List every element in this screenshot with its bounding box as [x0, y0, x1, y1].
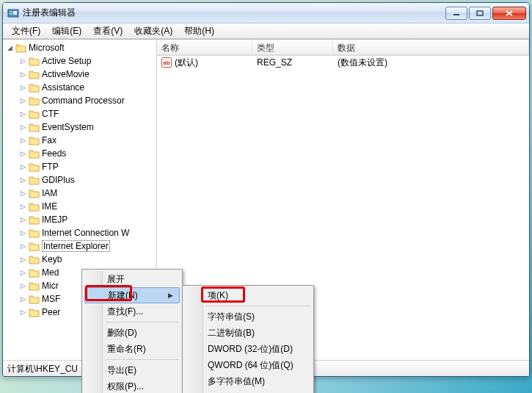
submenu-arrow-icon: ▶ [168, 292, 173, 299]
expander-icon[interactable]: ▷ [19, 176, 27, 184]
expander-icon[interactable]: ▷ [19, 256, 27, 264]
window-title: 注册表编辑器 [23, 7, 445, 19]
tree-node-label[interactable]: Micr [42, 281, 59, 291]
menu-edit[interactable]: 编辑(E) [46, 24, 87, 39]
value-name: (默认) [175, 57, 198, 69]
folder-icon [29, 96, 40, 106]
tree-node-label[interactable]: Microsoft [29, 43, 65, 53]
window-buttons [445, 7, 526, 20]
minimize-button[interactable] [445, 7, 467, 20]
tree-node-label[interactable]: Fax [42, 135, 57, 145]
folder-icon [29, 255, 40, 264]
tree-node-label[interactable]: Assistance [42, 82, 84, 93]
titlebar[interactable]: 注册表编辑器 [3, 3, 529, 24]
tree-node-label[interactable]: IAM [42, 188, 57, 198]
expander-icon[interactable]: ▷ [19, 242, 27, 250]
expander-icon[interactable]: ▷ [19, 203, 27, 211]
tree-node-label[interactable]: Med [42, 267, 59, 278]
expander-icon[interactable]: ▷ [19, 84, 27, 92]
tree-node-label[interactable]: IME [42, 201, 57, 212]
folder-icon [29, 228, 40, 238]
folder-icon [29, 215, 40, 225]
folder-icon [29, 57, 40, 66]
folder-icon [15, 43, 26, 53]
tree-node-label[interactable]: Keyb [42, 254, 62, 264]
col-data[interactable]: 数据 [333, 40, 529, 55]
folder-icon [29, 242, 40, 251]
col-name[interactable]: 名称 [157, 40, 252, 55]
svg-rect-5 [477, 11, 483, 15]
maximize-button[interactable] [469, 7, 491, 20]
expander-icon[interactable]: ▷ [19, 150, 27, 158]
menu-item[interactable]: 二进制值(B) [184, 325, 312, 341]
folder-icon [29, 295, 40, 304]
status-path: 计算机\HKEY_CU [7, 364, 78, 374]
menu-item[interactable]: DWORD (32-位)值(D) [184, 341, 312, 357]
tree-node-label[interactable]: GDIPlus [42, 175, 75, 185]
menu-item[interactable]: 字符串值(S) [184, 309, 312, 325]
context-submenu-new: 项(K)字符串值(S)二进制值(B)DWORD (32-位)值(D)QWORD … [182, 285, 314, 393]
expander-icon[interactable]: ▷ [19, 71, 27, 79]
col-type[interactable]: 类型 [252, 40, 333, 55]
folder-icon [29, 268, 40, 278]
expander-icon[interactable]: ◢ [6, 44, 14, 52]
menu-item[interactable]: QWORD (64 位)值(Q) [184, 357, 312, 373]
folder-icon [29, 109, 40, 119]
menu-item[interactable]: 新建(N)▶ [84, 287, 180, 303]
folder-icon [29, 308, 40, 317]
expander-icon[interactable]: ▷ [19, 295, 27, 303]
tree-node-label[interactable]: Feeds [42, 148, 66, 159]
tree-node-label[interactable]: Internet Connection W [42, 228, 129, 238]
tree-node-label[interactable]: Peer [42, 307, 60, 317]
expander-icon[interactable]: ▷ [19, 269, 27, 277]
context-menu-node: 展开新建(N)▶查找(F)...删除(D)重命名(R)导出(E)权限(P)...… [81, 269, 183, 393]
expander-icon[interactable]: ▷ [19, 190, 27, 198]
string-value-icon: ab [161, 57, 172, 68]
tree-node-label[interactable]: ActiveMovie [42, 69, 90, 79]
menu-item[interactable]: 权限(P)... [84, 378, 181, 393]
menu-item[interactable]: 重命名(R) [84, 341, 181, 357]
folder-icon [29, 123, 40, 132]
tree-node-label[interactable]: CTF [42, 109, 59, 119]
svg-rect-1 [10, 11, 12, 12]
folder-icon [29, 189, 40, 198]
expander-icon[interactable]: ▷ [19, 229, 27, 237]
menu-file[interactable]: 文件(F) [6, 24, 46, 39]
folder-icon [29, 281, 40, 291]
menu-item[interactable]: 展开 [84, 271, 181, 287]
menu-view[interactable]: 查看(V) [87, 24, 128, 39]
folder-icon [29, 83, 40, 93]
menu-item[interactable]: 多字符串值(M) [184, 373, 312, 389]
expander-icon[interactable]: ▷ [19, 309, 27, 317]
menu-item[interactable]: 项(K) [184, 287, 312, 303]
menu-item[interactable]: 查找(F)... [84, 303, 181, 320]
menu-help[interactable]: 帮助(H) [178, 24, 220, 39]
tree-node-label[interactable]: Command Processor [42, 95, 125, 106]
svg-rect-3 [13, 11, 17, 15]
menu-item[interactable]: 可扩充字符串值(E) [184, 389, 312, 393]
list-row[interactable]: ab (默认) REG_SZ (数值未设置) [157, 56, 529, 69]
expander-icon[interactable]: ▷ [19, 57, 27, 65]
svg-rect-2 [10, 13, 12, 15]
tree-node-label[interactable]: Internet Explorer [42, 240, 110, 252]
menu-favorites[interactable]: 收藏夹(A) [128, 24, 178, 39]
tree-node-label[interactable]: EventSystem [42, 122, 94, 132]
expander-icon[interactable]: ▷ [19, 163, 27, 171]
folder-icon [29, 149, 40, 159]
tree-node-label[interactable]: Active Setup [42, 56, 91, 66]
expander-icon[interactable]: ▷ [19, 137, 27, 145]
close-button[interactable] [492, 7, 526, 20]
menu-item[interactable]: 导出(E) [84, 362, 181, 378]
value-data: (数值未设置) [338, 57, 387, 69]
tree-node-label[interactable]: FTP [42, 162, 59, 172]
expander-icon[interactable]: ▷ [19, 123, 27, 131]
menu-item[interactable]: 删除(D) [84, 325, 181, 341]
list-header: 名称 类型 数据 [157, 40, 529, 56]
expander-icon[interactable]: ▷ [19, 282, 27, 290]
folder-icon [29, 162, 40, 172]
expander-icon[interactable]: ▷ [19, 97, 27, 105]
expander-icon[interactable]: ▷ [19, 110, 27, 118]
tree-node-label[interactable]: IMEJP [42, 214, 68, 225]
expander-icon[interactable]: ▷ [19, 216, 27, 224]
tree-node-label[interactable]: MSF [42, 294, 60, 304]
